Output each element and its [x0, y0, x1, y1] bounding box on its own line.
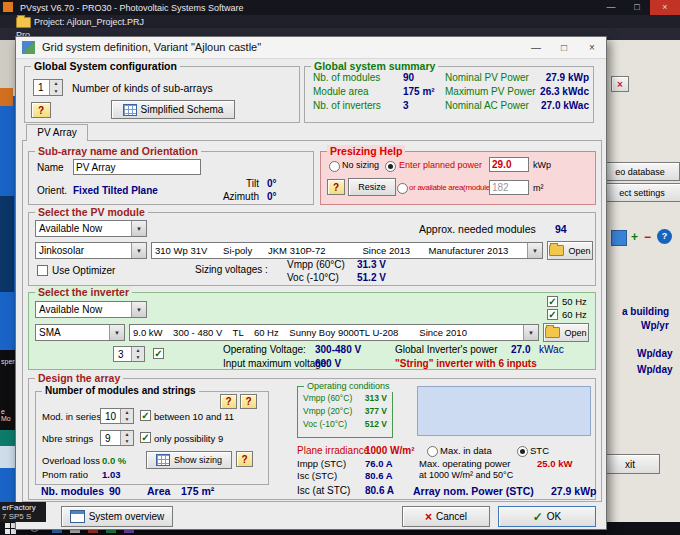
inverter-availability-select[interactable]: Available Now ▼: [35, 301, 147, 318]
window-minimize-button[interactable]: —: [598, 0, 624, 15]
chevron-down-icon[interactable]: ▼: [131, 243, 146, 258]
freq-50hz-checkbox[interactable]: ✓: [547, 296, 558, 307]
app-titlebar: PVsyst V6.70 - PRO30 - Photovoltaic Syst…: [0, 0, 680, 15]
pnom-value: 1.03: [102, 469, 121, 480]
modules-strings-group: Number of modules and strings ? ? Mod. i…: [35, 391, 269, 485]
max-in-data-radio[interactable]: [427, 446, 438, 457]
chevron-down-icon[interactable]: ▼: [131, 221, 146, 236]
help-button[interactable]: ?: [236, 451, 253, 467]
window-close-button[interactable]: ×: [650, 0, 680, 15]
help-button[interactable]: ?: [220, 394, 237, 409]
tilt-value: 0°: [267, 178, 277, 189]
dialog-maximize-button[interactable]: □: [550, 37, 578, 58]
show-sizing-button[interactable]: Show sizing: [146, 451, 232, 469]
planned-power-input[interactable]: [489, 157, 529, 172]
spin-down-icon[interactable]: ▼: [50, 88, 62, 96]
spin-up-icon[interactable]: ▲: [50, 80, 62, 88]
module-availability-select[interactable]: Available Now ▼: [35, 220, 147, 237]
resize-button[interactable]: Resize: [348, 178, 396, 196]
summary-value: 90: [403, 72, 414, 83]
design-array-group: Design the array Number of modules and s…: [28, 378, 596, 500]
chevron-down-icon[interactable]: ▼: [527, 243, 542, 258]
stc-radio[interactable]: [517, 446, 528, 457]
spin-up-icon[interactable]: ▲: [121, 431, 133, 438]
isc-label: Isc (STC): [297, 470, 337, 481]
max-power-conditions: at 1000 W/m² and 50°C: [419, 470, 513, 480]
pnom-label: Pnom ratio: [42, 469, 88, 480]
available-area-input[interactable]: [489, 180, 529, 195]
exit-button[interactable]: xit: [600, 454, 660, 474]
pv-module-group: Select the PV module Available Now ▼ App…: [28, 212, 596, 286]
background-left-orange-block: [0, 88, 13, 106]
spin-down-icon[interactable]: ▼: [121, 416, 133, 423]
spin-down-icon[interactable]: ▼: [132, 354, 144, 361]
help-button[interactable]: ?: [240, 394, 257, 409]
show-sizing-label: Show sizing: [174, 455, 222, 465]
max-operating-power-label: Max. operating power: [419, 458, 510, 469]
dialog-minimize-button[interactable]: —: [522, 37, 550, 58]
cancel-label: Cancel: [436, 511, 467, 522]
stc-label: STC: [530, 445, 549, 456]
dialog-close-button[interactable]: ×: [578, 37, 606, 58]
spin-up-icon[interactable]: ▲: [121, 409, 133, 416]
window-maximize-button[interactable]: □: [624, 0, 650, 15]
series-range-checkbox[interactable]: ✓: [140, 410, 151, 421]
spin-up-icon[interactable]: ▲: [132, 347, 144, 354]
available-area-radio[interactable]: [397, 183, 408, 194]
help-button[interactable]: ?: [327, 179, 345, 195]
global-power-unit: kWac: [539, 344, 564, 355]
strings-possibility-checkbox[interactable]: ✓: [140, 432, 151, 443]
global-config-group: Global System configuration 1 ▲ ▼ Number…: [24, 66, 300, 123]
toolbar-icon[interactable]: [611, 230, 627, 246]
strings-possibility-label: only possibility 9: [154, 433, 223, 444]
ok-button[interactable]: ✓ OK: [498, 506, 596, 527]
project-settings-button[interactable]: ect settings: [600, 183, 680, 202]
nb-inverters-spinner[interactable]: 3 ▲ ▼: [113, 346, 145, 362]
string-inverter-note: "String" inverter with 6 inputs: [395, 358, 537, 369]
tab-pv-array[interactable]: PV Array: [26, 124, 88, 141]
strings-label: Nbre strings: [42, 433, 93, 444]
approx-modules-value: 94: [555, 223, 567, 235]
name-label: Name: [37, 162, 64, 173]
subarray-group: Sub-array name and Orientation Name Orie…: [28, 151, 314, 205]
plus-icon[interactable]: +: [631, 230, 638, 244]
meteo-database-button[interactable]: eo database: [600, 162, 680, 181]
freq-60hz-checkbox[interactable]: ✓: [547, 309, 558, 320]
operating-conditions-title: Operating conditions: [304, 380, 393, 392]
module-manufacturer-value: Jinkosolar: [36, 245, 131, 256]
chevron-down-icon[interactable]: ▼: [523, 325, 538, 340]
presizing-title: Presizing Help: [327, 145, 405, 157]
operating-conditions-group: Operating conditions Vmpp (60°C) 313 V V…: [297, 386, 393, 438]
auto-inverters-checkbox[interactable]: ✓: [153, 348, 164, 359]
subarray-count-spinner[interactable]: 1 ▲ ▼: [33, 79, 63, 96]
inverter-manufacturer-select[interactable]: SMA ▼: [35, 324, 125, 341]
module-manufacturer-select[interactable]: Jinkosolar ▼: [35, 242, 147, 259]
system-overview-button[interactable]: System overview: [61, 506, 173, 527]
open-inverter-button[interactable]: Open: [543, 323, 589, 342]
help-icon[interactable]: ?: [657, 229, 672, 244]
planned-power-radio[interactable]: [385, 161, 396, 172]
simplified-schema-button[interactable]: Simplified Schema: [111, 100, 235, 119]
no-sizing-radio[interactable]: [329, 161, 340, 172]
subarray-name-input[interactable]: [73, 159, 201, 175]
minus-icon[interactable]: −: [644, 230, 651, 244]
nb-modules-label: Nb. modules: [41, 485, 104, 497]
module-model-select[interactable]: 310 Wp 31V Si-poly JKM 310P-72 Since 201…: [151, 242, 543, 259]
help-button[interactable]: ?: [31, 102, 51, 118]
inverter-model-select[interactable]: 9.0 kW 300 - 480 V TL 60 Hz Sunny Boy 90…: [129, 324, 539, 341]
opcond-value: 377 V: [365, 406, 387, 416]
background-left-light-block: [0, 446, 15, 468]
mod-series-spinner[interactable]: 10 ▲ ▼: [100, 408, 134, 424]
delete-icon[interactable]: ×: [611, 76, 629, 92]
background-window-fragment: erFactory 7 SP5 S: [0, 502, 46, 522]
cancel-button[interactable]: × Cancel: [402, 506, 490, 527]
area-label: Area: [147, 485, 170, 497]
summary-label: Maximum PV Power: [445, 86, 536, 97]
spin-down-icon[interactable]: ▼: [121, 438, 133, 445]
chevron-down-icon[interactable]: ▼: [109, 325, 124, 340]
use-optimizer-checkbox[interactable]: [37, 265, 48, 276]
impp-value: 76.0 A: [365, 458, 393, 469]
open-module-button[interactable]: Open: [547, 241, 593, 260]
strings-spinner[interactable]: 9 ▲ ▼: [100, 430, 134, 446]
chevron-down-icon[interactable]: ▼: [131, 302, 146, 317]
